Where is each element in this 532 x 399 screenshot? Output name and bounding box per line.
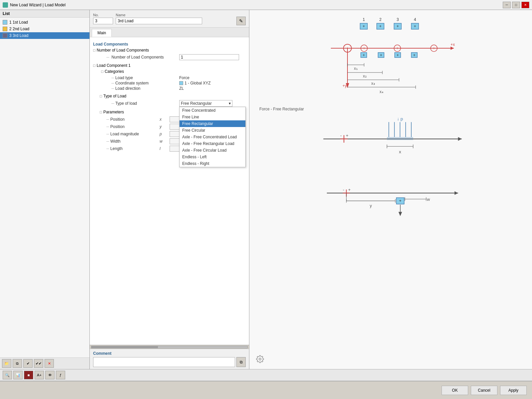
coord-system-row: ─ Coordinate system 1 - Global XYZ: [93, 80, 246, 86]
maximize-button[interactable]: □: [512, 2, 520, 8]
cancel-button[interactable]: Cancel: [471, 386, 497, 395]
load-components-header: Load Components: [93, 42, 246, 47]
type-of-load-dropdown[interactable]: Free Rectangular ▾ Free Concentrated Fre…: [179, 100, 232, 107]
diagram-settings-icon[interactable]: [256, 355, 264, 364]
svg-text:+: +: [399, 198, 401, 203]
close-button[interactable]: ✕: [521, 2, 529, 8]
minimize-button[interactable]: ─: [503, 2, 511, 8]
collapse-icon-3[interactable]: □: [101, 69, 103, 73]
edit-button[interactable]: ✎: [236, 17, 246, 25]
dropdown-item-7[interactable]: Endless - Left: [180, 154, 245, 160]
dropdown-item-4[interactable]: Axle - Free Concentrated Load: [180, 134, 245, 140]
item-label-2: 2 2nd Load: [9, 27, 29, 31]
no-label: No.: [93, 13, 113, 17]
dropdown-item-2[interactable]: Free Rectangular: [180, 120, 245, 127]
svg-rect-48: [301, 113, 480, 173]
name-input[interactable]: [116, 18, 202, 24]
svg-text:x₄: x₄: [380, 89, 383, 94]
search-toolbar-button[interactable]: 🔍: [3, 371, 12, 379]
svg-text:+: +: [433, 46, 435, 51]
load-direction-label: Load direction: [115, 86, 140, 91]
list-toolbar: 📁 ⧉ ✔ ✔✔ ✕: [0, 357, 89, 369]
item-color-2: [3, 27, 7, 31]
list-item-2[interactable]: 2 2nd Load: [0, 26, 89, 32]
new-folder-button[interactable]: 📁: [2, 359, 11, 368]
svg-text:x₂: x₂: [363, 74, 367, 78]
svg-text:-: -: [343, 187, 344, 192]
collapse-icon-5[interactable]: □: [100, 110, 102, 114]
accept-all-button[interactable]: ✔✔: [34, 359, 43, 368]
tab-main[interactable]: Main: [92, 29, 112, 37]
coord-system-value: 1 - Global XYZ: [185, 81, 211, 85]
comment-area: Comment ⧉: [90, 349, 249, 369]
svg-text:x₁: x₁: [354, 66, 358, 71]
collapse-icon-1[interactable]: □: [93, 48, 95, 52]
dropdown-item-5[interactable]: Axle - Free Rectangular Load: [180, 140, 245, 147]
svg-text:-: -: [340, 133, 342, 138]
load-type-label: Load type: [115, 75, 133, 80]
dropdown-item-6[interactable]: Axle - Free Circular Load: [180, 147, 245, 154]
comment-input[interactable]: [93, 357, 235, 367]
label-toolbar-button[interactable]: A+: [35, 371, 44, 379]
scrollbar-track[interactable]: [91, 346, 248, 348]
apply-button[interactable]: Apply: [500, 386, 527, 395]
dropdown-item-0[interactable]: Free Concentrated: [180, 107, 245, 114]
num-load-comp-label: Number of Load Components: [111, 55, 164, 60]
footer-bar: OK Cancel Apply: [0, 381, 532, 399]
dropdown-item-8[interactable]: Endless - Right: [180, 160, 245, 167]
name-label: Name: [116, 13, 234, 17]
svg-text:+: +: [362, 53, 365, 58]
param-name-p: Load magnitude: [110, 132, 139, 136]
svg-text:+: +: [396, 53, 399, 58]
param-symbol-x: x: [160, 117, 170, 122]
diagram-top: 1 + 2 + 3 + 4 + +x +: [253, 13, 529, 103]
box-toolbar-button[interactable]: ■: [24, 371, 33, 379]
table-toolbar-button[interactable]: 📊: [13, 371, 23, 379]
middle-panel: No. Name ✎ Main Load Components: [90, 10, 249, 369]
svg-text:+: +: [346, 133, 348, 138]
svg-text:y: y: [370, 203, 372, 208]
duplicate-button[interactable]: ⧉: [13, 359, 22, 368]
svg-text:+: +: [362, 24, 365, 29]
no-input[interactable]: [93, 18, 113, 24]
param-name-l: Length: [110, 146, 123, 151]
window-title: New Load Wizard | Load Model: [10, 3, 66, 7]
ok-button[interactable]: OK: [442, 386, 468, 395]
dropdown-trigger[interactable]: Free Rectangular ▾: [179, 100, 232, 107]
form-area: Load Components □ Number of Load Compone…: [90, 37, 249, 345]
num-load-comp-input[interactable]: [179, 54, 239, 60]
number-section-label: Number of Load Components: [97, 48, 149, 53]
svg-text:+: +: [380, 53, 382, 58]
delete-button[interactable]: ✕: [45, 359, 54, 368]
collapse-icon-2[interactable]: □: [93, 64, 95, 67]
item-label-3: 3 3rd Load: [9, 33, 28, 38]
horizontal-scrollbar[interactable]: [90, 345, 249, 349]
coord-color-dot: [179, 81, 183, 85]
left-panel: List 1 1st Load 2 2nd Load 3 3rd Load 📁 …: [0, 10, 90, 369]
item-label-1: 1 1st Load: [9, 20, 28, 25]
camera-toolbar-button[interactable]: 👁: [45, 371, 55, 379]
collapse-icon-4[interactable]: □: [100, 94, 102, 98]
svg-text:x: x: [399, 149, 401, 154]
dropdown-selected: Free Rectangular: [181, 101, 212, 106]
param-symbol-p: p: [160, 132, 170, 136]
item-color-1: [3, 20, 7, 25]
param-name-y: Position: [110, 124, 125, 129]
scrollbar-thumb[interactable]: [91, 346, 158, 348]
svg-text:1: 1: [363, 17, 365, 22]
accept-button[interactable]: ✔: [23, 359, 33, 368]
diagram-bottom1: ↓ p - +: [253, 113, 529, 173]
param-symbol-y: y: [160, 124, 170, 129]
svg-text:+: +: [414, 24, 416, 29]
categories-label: Categories: [105, 69, 124, 74]
dropdown-item-1[interactable]: Free Line: [180, 114, 245, 120]
comment-copy-button[interactable]: ⧉: [236, 357, 246, 367]
dropdown-menu: Free Concentrated Free Line Free Rectang…: [179, 107, 246, 167]
formula-toolbar-button[interactable]: ƒ: [56, 371, 65, 379]
svg-text:4: 4: [414, 17, 416, 22]
list-item-1[interactable]: 1 1st Load: [0, 19, 89, 26]
list-item-3[interactable]: 3 3rd Load: [0, 32, 89, 39]
svg-text:↓ p: ↓ p: [397, 116, 403, 121]
dropdown-item-3[interactable]: Free Circular: [180, 127, 245, 134]
svg-text:+y: +y: [342, 83, 347, 88]
